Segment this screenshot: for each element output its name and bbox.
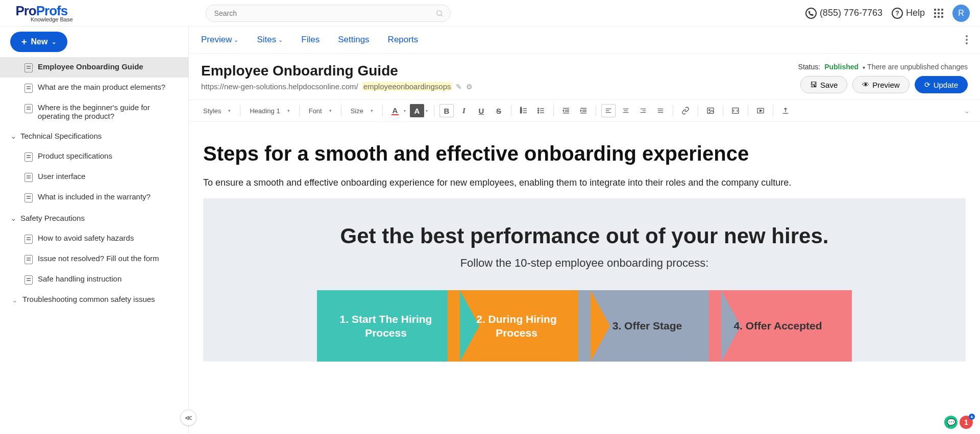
svg-marker-38 — [760, 110, 762, 112]
sidebar-item-warranty[interactable]: What is included in the warranty? — [0, 187, 188, 208]
sidebar-item-troubleshooting[interactable]: ⌄ Troubleshooting common safety issues — [0, 290, 188, 309]
chevron-down-icon: ⌄ — [52, 39, 56, 45]
chevron-down-icon: ⌄ — [12, 297, 17, 304]
svg-point-13 — [538, 112, 539, 113]
sidebar-item-label: What are the main product elements? — [38, 83, 165, 91]
phone-number: (855) 776-7763 — [820, 8, 883, 18]
unpublished-note[interactable]: There are unpublished changes — [863, 63, 968, 71]
document-icon — [24, 173, 33, 182]
chat-bubble-red[interactable]: 1 + — [960, 416, 973, 429]
sidebar-item-beginners-guide[interactable]: Where is the beginner's guide for operat… — [0, 98, 188, 125]
url-base: https://new-gen-solutions.helpdocsonline… — [201, 82, 358, 91]
upload-button[interactable] — [778, 104, 793, 117]
main: Preview⌄ Sites⌄ Files Settings Reports E… — [189, 27, 980, 434]
logo[interactable]: ProProfs Knowledge Base — [10, 4, 73, 22]
size-select[interactable]: Size — [347, 105, 377, 117]
sidebar-item-label: User interface — [38, 172, 85, 181]
edit-icon[interactable]: ✎ — [456, 83, 462, 91]
save-icon: 🖫 — [810, 81, 817, 89]
menu-sites[interactable]: Sites⌄ — [257, 35, 283, 45]
sidebar-item-product-specs[interactable]: Product specifications — [0, 146, 188, 167]
sidebar-group-safety[interactable]: ⌄ Safety Precautions — [0, 208, 188, 228]
header-right: (855) 776-7763 ? Help R — [805, 5, 970, 22]
video-button[interactable] — [753, 104, 768, 117]
update-button[interactable]: ⟳Update — [915, 76, 968, 93]
svg-point-35 — [709, 109, 710, 111]
ul-button[interactable] — [534, 104, 548, 117]
styles-select[interactable]: Styles — [199, 105, 235, 117]
avatar[interactable]: R — [952, 5, 970, 22]
sidebar-item-product-elements[interactable]: What are the main product elements? — [0, 78, 188, 98]
help-label: Help — [906, 8, 925, 18]
page-head: Employee Onboarding Guide https://new-ge… — [189, 54, 980, 99]
strike-button[interactable]: S — [492, 104, 506, 117]
outdent-button[interactable] — [559, 104, 573, 117]
apps-icon[interactable] — [934, 9, 943, 18]
graphic-subtitle: Follow the 10-step employee onboarding p… — [224, 257, 945, 270]
underline-button[interactable]: U — [474, 104, 488, 117]
search-wrap — [206, 5, 451, 22]
logo-text: ProProfs — [15, 4, 67, 17]
document-icon — [24, 84, 33, 93]
bold-button[interactable]: B — [439, 104, 454, 117]
sidebar-item-label: Employee Onboarding Guide — [38, 62, 143, 71]
editor-content[interactable]: Steps for a smooth and effective onboard… — [189, 122, 980, 434]
menu-preview[interactable]: Preview⌄ — [201, 35, 238, 45]
new-button[interactable]: + New ⌄ — [10, 32, 67, 52]
save-button[interactable]: 🖫Save — [800, 76, 847, 93]
url-slug[interactable]: employeeonboardingsops — [362, 82, 452, 91]
align-justify-button[interactable] — [653, 104, 668, 117]
sidebar: + New ⌄ Employee Onboarding Guide What a… — [0, 27, 189, 434]
svg-line-1 — [441, 15, 443, 16]
menu-files[interactable]: Files — [301, 35, 320, 45]
document-icon — [24, 152, 33, 162]
chat-bubble-green[interactable]: 💬 — [944, 416, 958, 429]
italic-button[interactable]: I — [457, 104, 471, 117]
format-select[interactable]: Heading 1 — [246, 105, 293, 117]
sidebar-group-label: Safety Precautions — [20, 214, 85, 222]
document-icon — [24, 104, 33, 113]
search-input[interactable] — [206, 5, 451, 22]
ol-button[interactable]: 123 — [517, 104, 531, 117]
svg-point-11 — [538, 108, 539, 109]
sidebar-group-label: Technical Specifications — [20, 132, 102, 140]
svg-text:3: 3 — [520, 111, 522, 114]
sidebar-item-label: What is included in the warranty? — [38, 192, 151, 201]
sidebar-item-label: Issue not resolved? Fill out the form — [38, 254, 159, 263]
collapse-sidebar-button[interactable]: ≪ — [180, 410, 197, 426]
refresh-icon: ⟳ — [924, 81, 930, 89]
link-button[interactable] — [678, 104, 693, 117]
sidebar-group-technical-specs[interactable]: ⌄ Technical Specifications — [0, 125, 188, 146]
sidebar-item-issue-form[interactable]: Issue not resolved? Fill out the form — [0, 249, 188, 269]
phone-link[interactable]: (855) 776-7763 — [805, 8, 883, 19]
sidebar-item-onboarding-guide[interactable]: Employee Onboarding Guide — [0, 57, 188, 78]
sidebar-item-safety-hazards[interactable]: How to avoid safety hazards — [0, 228, 188, 249]
chevron-down-icon: ⌄ — [234, 37, 238, 43]
align-left-button[interactable] — [601, 104, 616, 117]
font-select[interactable]: Font — [305, 105, 336, 117]
menu-reports[interactable]: Reports — [388, 35, 419, 45]
menu-settings[interactable]: Settings — [338, 35, 369, 45]
help-link[interactable]: ? Help — [892, 8, 925, 19]
embed-button[interactable] — [728, 104, 743, 117]
preview-button[interactable]: 👁Preview — [852, 76, 909, 93]
toolbar-expand-button[interactable]: ⌄ — [964, 107, 970, 115]
status-label: Status: — [798, 63, 821, 71]
image-button[interactable] — [703, 104, 718, 117]
sidebar-scroll[interactable]: Employee Onboarding Guide What are the m… — [0, 57, 188, 434]
status-row: Status: Published There are unpublished … — [798, 63, 968, 71]
status-value: Published — [824, 63, 859, 71]
sidebar-item-user-interface[interactable]: User interface — [0, 167, 188, 187]
sidebar-item-label: Safe handling instruction — [38, 274, 121, 283]
text-color-button[interactable]: A — [388, 104, 402, 117]
align-center-button[interactable] — [619, 104, 633, 117]
bg-color-button[interactable]: A — [410, 104, 424, 117]
align-right-button[interactable] — [636, 104, 650, 117]
sidebar-item-safe-handling[interactable]: Safe handling instruction — [0, 269, 188, 290]
gear-icon[interactable]: ⚙ — [466, 83, 473, 91]
document-icon — [24, 235, 33, 244]
indent-button[interactable] — [576, 104, 591, 117]
kebab-menu[interactable] — [966, 35, 968, 44]
onboarding-graphic: Get the best performance out of your new… — [203, 198, 966, 362]
document-icon — [24, 63, 33, 72]
